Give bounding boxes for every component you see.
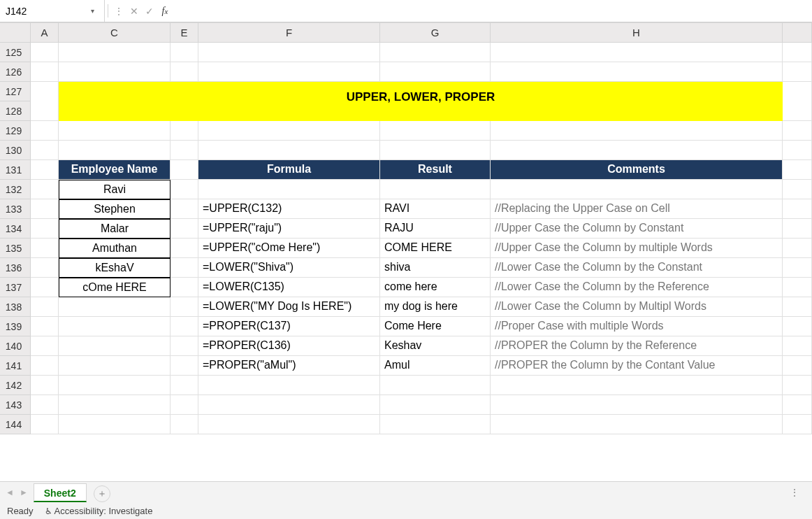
result-cell[interactable]: Keshav [380, 336, 491, 356]
cell[interactable] [31, 356, 59, 376]
comment-cell[interactable]: //Upper Case the Column by Constant [491, 219, 783, 239]
cells-area[interactable]: UPPER, LOWER, PROPER Employee Name Formu… [31, 43, 812, 434]
cell[interactable] [31, 258, 59, 278]
cell[interactable] [171, 43, 198, 62]
cell[interactable] [491, 395, 783, 415]
row-header[interactable]: 135 [0, 239, 31, 258]
formula-input[interactable] [173, 0, 812, 22]
cell[interactable] [380, 141, 491, 160]
formula-cell[interactable]: =PROPER("aMul") [198, 356, 380, 376]
row-header[interactable]: 144 [0, 415, 31, 434]
comment-cell[interactable]: //Replacing the Upper Case on Cell [491, 199, 783, 219]
cell[interactable] [783, 121, 812, 141]
fx-icon[interactable]: fx [157, 6, 173, 17]
cell[interactable] [491, 376, 783, 395]
cell[interactable] [783, 317, 812, 336]
comment-cell[interactable]: //Upper Case the Column by multiple Word… [491, 239, 783, 258]
cell[interactable] [491, 43, 783, 62]
cell[interactable] [31, 199, 59, 219]
cell[interactable] [198, 376, 380, 395]
row-header[interactable]: 127 [0, 82, 31, 101]
cell[interactable] [31, 415, 59, 434]
row-header[interactable]: 142 [0, 376, 31, 395]
cell[interactable] [171, 336, 198, 356]
add-sheet-button[interactable]: ＋ [94, 485, 110, 502]
cell[interactable] [31, 43, 59, 62]
cell[interactable] [783, 297, 812, 317]
cell[interactable] [59, 297, 171, 317]
cell[interactable] [783, 180, 812, 199]
cell[interactable] [783, 356, 812, 376]
row-header[interactable]: 140 [0, 336, 31, 356]
cell[interactable] [491, 141, 783, 160]
cell[interactable] [31, 121, 59, 141]
cell[interactable] [31, 395, 59, 415]
cell[interactable] [491, 62, 783, 82]
cell[interactable] [59, 317, 171, 336]
formula-cell[interactable]: =LOWER("MY Dog Is HERE") [198, 297, 380, 317]
comment-cell[interactable]: //PROPER the Column by the Reference [491, 336, 783, 356]
employee-cell[interactable]: Amuthan [59, 239, 171, 258]
chevron-down-icon[interactable]: ▾ [87, 7, 99, 15]
cell[interactable] [31, 239, 59, 258]
row-header[interactable]: 130 [0, 141, 31, 160]
name-box[interactable]: J142 ▾ [0, 0, 105, 22]
formula-cell[interactable]: =UPPER(C132) [198, 199, 380, 219]
column-headers[interactable]: A C E F G H [31, 23, 812, 43]
comment-cell[interactable]: //PROPER the Column by the Contant Value [491, 356, 783, 376]
result-cell[interactable]: Amul [380, 356, 491, 376]
result-cell[interactable]: shiva [380, 258, 491, 278]
result-cell[interactable]: Come Here [380, 317, 491, 336]
banner-title[interactable]: UPPER, LOWER, PROPER [59, 82, 783, 121]
col-header[interactable]: A [31, 23, 59, 43]
row-header[interactable]: 133 [0, 199, 31, 219]
cell[interactable] [380, 62, 491, 82]
cell[interactable] [783, 141, 812, 160]
employee-cell[interactable]: Ravi [59, 180, 171, 199]
result-cell[interactable]: RAVI [380, 199, 491, 219]
col-header[interactable]: G [380, 23, 491, 43]
cell[interactable] [783, 43, 812, 62]
employee-cell[interactable]: Stephen [59, 199, 171, 219]
formula-cell[interactable]: =UPPER("raju") [198, 219, 380, 239]
cell[interactable] [783, 395, 812, 415]
cell[interactable] [171, 415, 198, 434]
cell[interactable] [171, 278, 198, 297]
cell[interactable] [171, 297, 198, 317]
cell[interactable] [31, 278, 59, 297]
row-header[interactable]: 138 [0, 297, 31, 317]
employee-cell[interactable]: kEshaV [59, 258, 171, 278]
cell[interactable] [59, 376, 171, 395]
cell[interactable] [171, 395, 198, 415]
row-header[interactable]: 139 [0, 317, 31, 336]
row-header[interactable]: 125 [0, 43, 31, 62]
formula-cell[interactable]: =PROPER(C136) [198, 336, 380, 356]
table-header[interactable]: Formula [198, 160, 380, 180]
cell[interactable] [380, 180, 491, 199]
col-header[interactable] [783, 23, 812, 43]
cell[interactable] [783, 258, 812, 278]
table-header[interactable]: Result [380, 160, 491, 180]
cell[interactable] [783, 82, 812, 121]
cell[interactable] [380, 376, 491, 395]
formula-cell[interactable]: =LOWER("Shiva") [198, 258, 380, 278]
cell[interactable] [59, 43, 171, 62]
cell[interactable] [171, 356, 198, 376]
cell[interactable] [31, 180, 59, 199]
cell[interactable] [59, 121, 171, 141]
sheet-tab-active[interactable]: Sheet2 [34, 483, 87, 502]
cell[interactable] [171, 239, 198, 258]
row-header[interactable]: 132 [0, 180, 31, 199]
cell[interactable] [171, 258, 198, 278]
cell[interactable] [783, 160, 812, 180]
col-header[interactable]: F [198, 23, 380, 43]
row-header[interactable]: 131 [0, 160, 31, 180]
cell[interactable] [171, 121, 198, 141]
cell[interactable] [783, 376, 812, 395]
cell[interactable] [491, 121, 783, 141]
cell[interactable] [198, 395, 380, 415]
table-header[interactable]: Employee Name [59, 160, 171, 180]
cell[interactable] [31, 62, 59, 82]
cell[interactable] [491, 180, 783, 199]
cell[interactable] [59, 62, 171, 82]
